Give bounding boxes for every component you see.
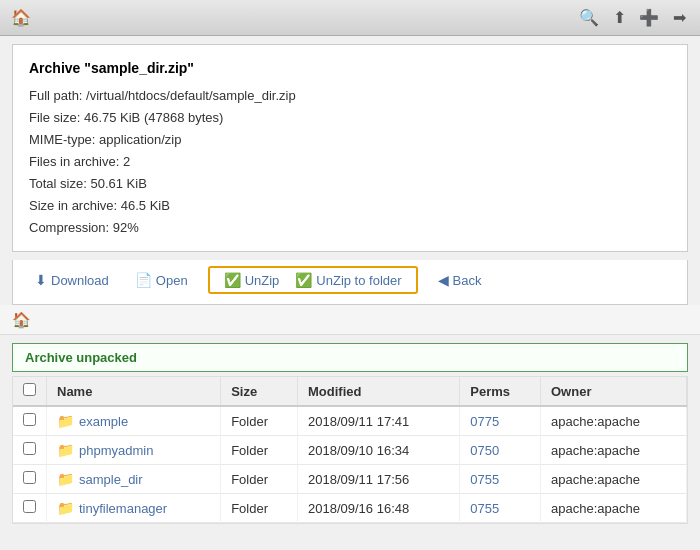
perms-link[interactable]: 0755 xyxy=(470,501,499,516)
exit-icon[interactable]: ➡ xyxy=(668,7,690,29)
col-perms-header: Perms xyxy=(460,377,541,406)
perms-link[interactable]: 0775 xyxy=(470,414,499,429)
row-modified-cell: 2018/09/10 16:34 xyxy=(298,436,460,465)
breadcrumb-row: 🏠 xyxy=(0,305,700,335)
file-table: Name Size Modified Perms Owner 📁exampleF… xyxy=(13,377,687,523)
table-row: 📁sample_dirFolder2018/09/11 17:560755apa… xyxy=(13,465,687,494)
archive-size-in: Size in archive: 46.5 KiB xyxy=(29,195,671,217)
select-all-checkbox[interactable] xyxy=(23,383,36,396)
home-icon[interactable]: 🏠 xyxy=(10,7,32,29)
open-icon: 📄 xyxy=(135,272,152,288)
folder-icon: 📁 xyxy=(57,442,74,458)
file-name: phpmyadmin xyxy=(79,443,153,458)
archive-details: Full path: /virtual/htdocs/default/sampl… xyxy=(29,85,671,240)
breadcrumb-home-icon[interactable]: 🏠 xyxy=(12,311,31,329)
nav-right: 🔍 ⬆ ➕ ➡ xyxy=(578,7,690,29)
archive-compression: Compression: 92% xyxy=(29,217,671,239)
table-row: 📁phpmyadminFolder2018/09/10 16:340750apa… xyxy=(13,436,687,465)
unzip-label: UnZip xyxy=(245,273,280,288)
row-checkbox-cell xyxy=(13,494,47,523)
compression-value: 92% xyxy=(113,220,139,235)
full-path-value: /virtual/htdocs/default/sample_dir.zip xyxy=(86,88,296,103)
file-name: example xyxy=(79,414,128,429)
row-modified-cell: 2018/09/11 17:41 xyxy=(298,406,460,436)
archive-total-size: Total size: 50.61 KiB xyxy=(29,173,671,195)
row-modified-cell: 2018/09/16 16:48 xyxy=(298,494,460,523)
unzip-folder-label: UnZip to folder xyxy=(316,273,401,288)
search-icon[interactable]: 🔍 xyxy=(578,7,600,29)
size-in-label: Size in archive: xyxy=(29,198,117,213)
row-owner-cell: apache:apache xyxy=(540,406,686,436)
row-checkbox-cell xyxy=(13,406,47,436)
perms-link[interactable]: 0755 xyxy=(470,472,499,487)
download-icon: ⬇ xyxy=(35,272,47,288)
archive-title: Archive "sample_dir.zip" xyxy=(29,57,671,81)
top-navbar: 🏠 🔍 ⬆ ➕ ➡ xyxy=(0,0,700,36)
nav-left: 🏠 xyxy=(10,7,32,29)
file-link[interactable]: 📁sample_dir xyxy=(57,471,210,487)
back-icon: ◀ xyxy=(438,272,449,288)
col-checkbox-header xyxy=(13,377,47,406)
add-icon[interactable]: ➕ xyxy=(638,7,660,29)
unpacked-text: Archive unpacked xyxy=(25,350,137,365)
row-size-cell: Folder xyxy=(221,406,298,436)
row-modified-cell: 2018/09/11 17:56 xyxy=(298,465,460,494)
archive-filesize: File size: 46.75 KiB (47868 bytes) xyxy=(29,107,671,129)
col-size-header: Size xyxy=(221,377,298,406)
file-link[interactable]: 📁example xyxy=(57,413,210,429)
file-size-label: File size: xyxy=(29,110,80,125)
file-size-value: 46.75 KiB (47868 bytes) xyxy=(84,110,223,125)
upload-icon[interactable]: ⬆ xyxy=(608,7,630,29)
unpacked-banner: Archive unpacked xyxy=(12,343,688,372)
download-button[interactable]: ⬇ Download xyxy=(29,268,115,292)
row-perms-cell: 0755 xyxy=(460,465,541,494)
row-checkbox-cell xyxy=(13,465,47,494)
col-name-header: Name xyxy=(47,377,221,406)
row-checkbox[interactable] xyxy=(23,442,36,455)
total-size-label: Total size: xyxy=(29,176,87,191)
row-perms-cell: 0775 xyxy=(460,406,541,436)
row-name-cell: 📁tinyfilemanager xyxy=(47,494,221,523)
row-size-cell: Folder xyxy=(221,494,298,523)
unzip-folder-button[interactable]: ✅ UnZip to folder xyxy=(289,270,407,290)
col-owner-header: Owner xyxy=(540,377,686,406)
file-table-wrapper: Name Size Modified Perms Owner 📁exampleF… xyxy=(12,376,688,524)
unzip-folder-icon: ✅ xyxy=(295,272,312,288)
perms-link[interactable]: 0750 xyxy=(470,443,499,458)
row-name-cell: 📁example xyxy=(47,406,221,436)
file-link[interactable]: 📁tinyfilemanager xyxy=(57,500,210,516)
row-checkbox[interactable] xyxy=(23,500,36,513)
total-size-value: 50.61 KiB xyxy=(90,176,146,191)
table-row: 📁exampleFolder2018/09/11 17:410775apache… xyxy=(13,406,687,436)
file-table-body: 📁exampleFolder2018/09/11 17:410775apache… xyxy=(13,406,687,523)
row-checkbox[interactable] xyxy=(23,471,36,484)
row-name-cell: 📁phpmyadmin xyxy=(47,436,221,465)
row-size-cell: Folder xyxy=(221,465,298,494)
archive-mime: MIME-type: application/zip xyxy=(29,129,671,151)
folder-icon: 📁 xyxy=(57,471,74,487)
open-button[interactable]: 📄 Open xyxy=(129,268,194,292)
unzip-group: ✅ UnZip ✅ UnZip to folder xyxy=(208,266,418,294)
unzip-icon: ✅ xyxy=(224,272,241,288)
file-link[interactable]: 📁phpmyadmin xyxy=(57,442,210,458)
files-label: Files in archive: xyxy=(29,154,119,169)
archive-path: Full path: /virtual/htdocs/default/sampl… xyxy=(29,85,671,107)
row-size-cell: Folder xyxy=(221,436,298,465)
row-perms-cell: 0755 xyxy=(460,494,541,523)
back-label: Back xyxy=(453,273,482,288)
row-checkbox[interactable] xyxy=(23,413,36,426)
open-label: Open xyxy=(156,273,188,288)
row-perms-cell: 0750 xyxy=(460,436,541,465)
file-name: sample_dir xyxy=(79,472,143,487)
col-modified-header: Modified xyxy=(298,377,460,406)
archive-info-panel: Archive "sample_dir.zip" Full path: /vir… xyxy=(12,44,688,252)
files-value: 2 xyxy=(123,154,130,169)
row-owner-cell: apache:apache xyxy=(540,465,686,494)
back-button[interactable]: ◀ Back xyxy=(432,268,488,292)
compression-label: Compression: xyxy=(29,220,109,235)
mime-label: MIME-type: xyxy=(29,132,95,147)
row-owner-cell: apache:apache xyxy=(540,436,686,465)
size-in-value: 46.5 KiB xyxy=(121,198,170,213)
unzip-button[interactable]: ✅ UnZip xyxy=(218,270,286,290)
row-checkbox-cell xyxy=(13,436,47,465)
